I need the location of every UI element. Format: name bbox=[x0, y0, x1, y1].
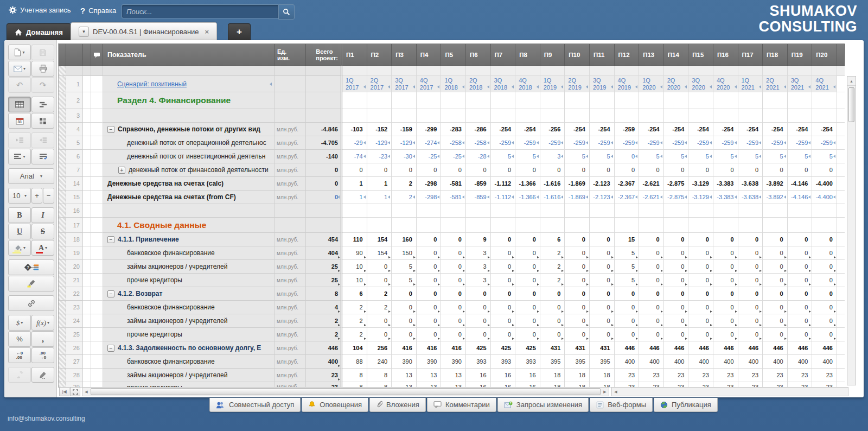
grid-cell[interactable]: 0 bbox=[590, 328, 615, 341]
grid-cell[interactable]: 15 bbox=[615, 233, 640, 246]
grid-cell[interactable]: 0 bbox=[417, 233, 442, 246]
unit-cell[interactable]: млн.руб. bbox=[275, 150, 306, 163]
grid-cell[interactable]: 6 bbox=[540, 233, 565, 246]
grid-cell[interactable]: -23 bbox=[367, 150, 392, 163]
grid-cell[interactable]: 0 bbox=[738, 163, 763, 177]
row-number[interactable]: 19 bbox=[66, 246, 83, 260]
grid-cell[interactable]: -254 bbox=[713, 123, 738, 136]
grid-cell[interactable]: 0 bbox=[491, 260, 516, 274]
grid-cell[interactable] bbox=[615, 218, 640, 233]
unit-cell[interactable]: млн.руб. bbox=[275, 341, 306, 355]
grid-cell[interactable]: 3 bbox=[466, 260, 491, 274]
quarter-header-cell[interactable]: 2Q2021 bbox=[763, 76, 788, 92]
grid-cell[interactable] bbox=[664, 218, 689, 233]
grid-cell[interactable]: 0 bbox=[515, 328, 540, 341]
grid-cell[interactable]: -3.383 bbox=[713, 191, 738, 204]
grid-cell[interactable]: -259 bbox=[713, 136, 738, 150]
total-cell[interactable]: -4.705 bbox=[306, 136, 342, 150]
grid-cell[interactable]: -259 bbox=[664, 136, 689, 150]
grid-cell[interactable]: 13 bbox=[441, 369, 466, 382]
grid-cell[interactable] bbox=[491, 218, 516, 233]
grid-cell[interactable]: -859 bbox=[466, 177, 491, 191]
indicator-cell[interactable]: Сценарий: позитивный bbox=[103, 76, 275, 92]
row-number[interactable]: 14 bbox=[66, 177, 83, 191]
grid-cell[interactable]: -2.875 bbox=[664, 191, 689, 204]
grid-cell[interactable]: -259 bbox=[540, 136, 565, 150]
grid-cell[interactable]: 395 bbox=[565, 355, 590, 369]
grid-cell[interactable]: 0 bbox=[466, 328, 491, 341]
grid-cell[interactable]: 0 bbox=[664, 246, 689, 260]
grid-cell[interactable]: 0 bbox=[812, 328, 837, 341]
quarter-header-cell[interactable]: 3Q2020 bbox=[688, 76, 713, 92]
grid-cell[interactable]: -1.112 bbox=[491, 191, 516, 204]
grid-cell[interactable]: 23 bbox=[688, 369, 713, 382]
unit-cell[interactable]: млн.руб. bbox=[275, 314, 306, 328]
grid-cell[interactable]: 3 bbox=[540, 150, 565, 163]
grid-cell[interactable]: 0 bbox=[763, 246, 788, 260]
row-number[interactable]: 27 bbox=[66, 355, 83, 369]
total-cell[interactable]: 454 bbox=[306, 233, 342, 246]
indicator-column-header[interactable]: Показатель bbox=[103, 44, 275, 66]
grid-cell[interactable]: 0 bbox=[466, 287, 491, 301]
grid-cell[interactable]: 0 bbox=[788, 274, 813, 287]
font-size-select[interactable]: 10 ▾ bbox=[8, 188, 31, 204]
vertical-scrollbar-thumb[interactable] bbox=[848, 87, 854, 122]
quarter-header-cell[interactable]: 2Q2019 bbox=[565, 76, 590, 92]
bottombar-button-clip[interactable]: Вложения bbox=[369, 398, 426, 412]
grid-cell[interactable]: 446 bbox=[788, 341, 813, 355]
grid-cell[interactable]: -1.366 bbox=[515, 177, 540, 191]
grid-cell[interactable]: 0 bbox=[688, 301, 713, 314]
grid-cell[interactable]: 104 bbox=[342, 341, 367, 355]
grid-cell[interactable]: -3.638 bbox=[738, 177, 763, 191]
grid-cell[interactable]: 5 bbox=[812, 150, 837, 163]
grid-cell[interactable]: 0 bbox=[466, 314, 491, 328]
grid-cell[interactable]: 0 bbox=[812, 287, 837, 301]
grid-cell[interactable]: 431 bbox=[590, 341, 615, 355]
grid-cell[interactable]: 0 bbox=[615, 314, 640, 328]
grid-cell[interactable]: 0 bbox=[664, 274, 689, 287]
grid-cell[interactable] bbox=[466, 92, 491, 109]
grid-cell[interactable] bbox=[639, 204, 664, 218]
quarter-header-cell[interactable]: 2Q2017 bbox=[367, 76, 392, 92]
grid-cell[interactable] bbox=[738, 204, 763, 218]
font-color-button[interactable]: A▾ bbox=[31, 240, 54, 256]
grid-cell[interactable] bbox=[491, 204, 516, 218]
grid-cell[interactable]: 416 bbox=[417, 341, 442, 355]
grid-cell[interactable]: 5 bbox=[788, 150, 813, 163]
grid-cell[interactable]: -254 bbox=[590, 123, 615, 136]
grid-cell[interactable]: 0 bbox=[417, 163, 442, 177]
send-mail-button[interactable]: ▾ bbox=[8, 61, 31, 77]
grid-cell[interactable]: 3 bbox=[466, 246, 491, 260]
grid-cell[interactable]: 0 bbox=[664, 301, 689, 314]
grid-cell[interactable]: 5 bbox=[615, 260, 640, 274]
grid-cell[interactable]: -254 bbox=[688, 123, 713, 136]
grid-cell[interactable]: 5 bbox=[515, 150, 540, 163]
thousands-separator-button[interactable]: , bbox=[31, 331, 54, 347]
grid-cell[interactable]: -259 bbox=[615, 123, 640, 136]
grid-cell[interactable]: 0 bbox=[565, 163, 590, 177]
font-size-increase-button[interactable]: + bbox=[31, 188, 42, 204]
grid-cell[interactable] bbox=[491, 109, 516, 123]
grid-cell[interactable]: -3.383 bbox=[713, 177, 738, 191]
row-number[interactable]: 15 bbox=[66, 191, 83, 204]
grid-cell[interactable]: 0 bbox=[812, 274, 837, 287]
grid-cell[interactable]: 18 bbox=[540, 369, 565, 382]
grid-cell[interactable]: -254 bbox=[738, 123, 763, 136]
grid-cell[interactable] bbox=[466, 218, 491, 233]
grid-cell[interactable] bbox=[788, 204, 813, 218]
grid-cell[interactable]: 400 bbox=[664, 355, 689, 369]
quarter-header-cell[interactable]: 1Q2018 bbox=[441, 76, 466, 92]
grid-cell[interactable]: 0 bbox=[788, 328, 813, 341]
unit-cell[interactable] bbox=[275, 109, 306, 123]
grid-cell[interactable]: 23 bbox=[763, 369, 788, 382]
grid-cell[interactable] bbox=[639, 92, 664, 109]
grid-cell[interactable]: -25 bbox=[417, 150, 442, 163]
quarter-header-cell[interactable]: 1Q2021 bbox=[738, 76, 763, 92]
grid-cell[interactable]: 0 bbox=[688, 314, 713, 328]
row-number[interactable]: 25 bbox=[66, 328, 83, 341]
grid-cell[interactable]: 446 bbox=[812, 341, 837, 355]
grid-cell[interactable] bbox=[713, 109, 738, 123]
total-cell[interactable]: -140 bbox=[306, 150, 342, 163]
row-number[interactable]: 4 bbox=[66, 123, 83, 136]
grid-cell[interactable] bbox=[639, 109, 664, 123]
